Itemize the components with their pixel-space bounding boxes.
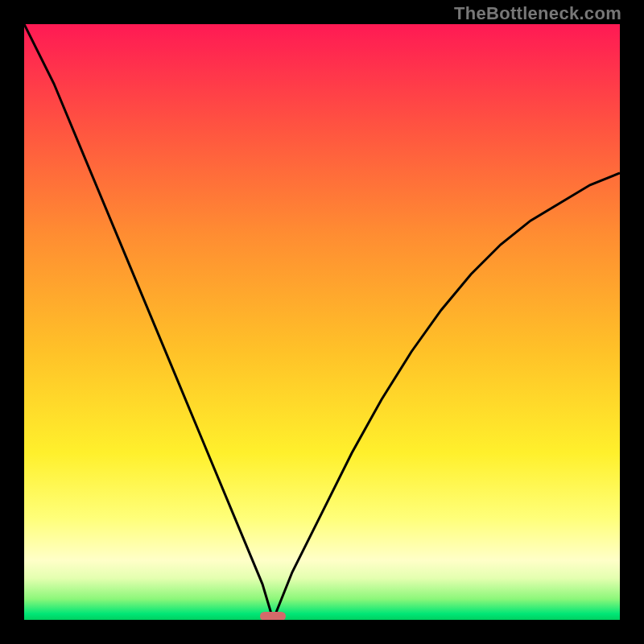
- curve-layer: [24, 24, 620, 620]
- plot-area: [24, 24, 620, 620]
- watermark-text: TheBottleneck.com: [454, 3, 621, 24]
- curve-right-branch: [273, 173, 620, 620]
- outer-frame: TheBottleneck.com: [0, 0, 644, 644]
- curve-left-branch: [24, 24, 273, 620]
- bottleneck-marker: [260, 612, 286, 620]
